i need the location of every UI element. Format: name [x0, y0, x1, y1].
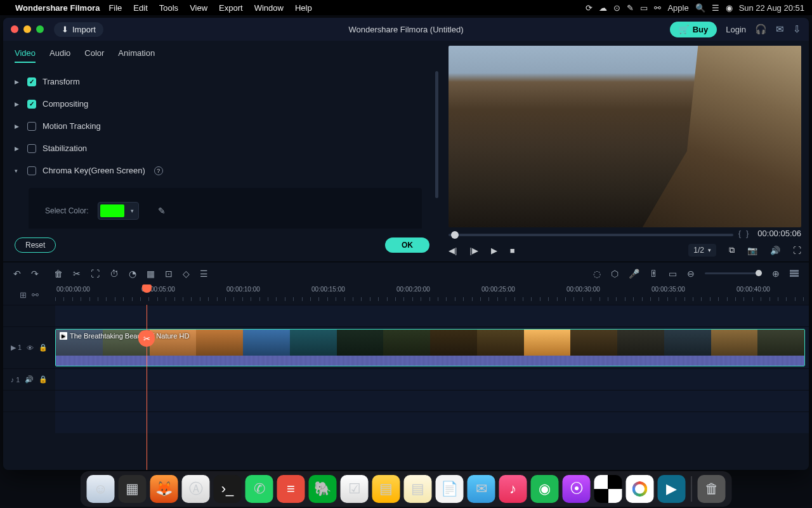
video-track-body[interactable]: ▶ The Breathtaking Beauty of Nature HD: [55, 327, 809, 368]
prop-chroma-key[interactable]: ▾ Chroma Key(Green Screen) ?: [3, 159, 441, 182]
checkbox-stabilization[interactable]: [27, 144, 36, 153]
play-button[interactable]: ▶: [491, 246, 497, 255]
checkbox-transform[interactable]: ✓: [27, 77, 36, 86]
speed-icon[interactable]: ⏱: [110, 269, 119, 279]
login-link[interactable]: Login: [726, 25, 746, 34]
dock-spotify-icon[interactable]: ◉: [531, 475, 559, 503]
status-cloud-icon[interactable]: ☁: [599, 3, 607, 13]
preview-scrubber[interactable]: [449, 234, 733, 236]
dock-firefox-icon[interactable]: 🦊: [150, 475, 178, 503]
prop-stabilization[interactable]: ▶ Stabilization: [3, 137, 441, 159]
add-track-icon[interactable]: ⊞: [20, 290, 27, 300]
zoom-out-icon[interactable]: ⊖: [687, 269, 695, 279]
status-apple-text[interactable]: Apple: [667, 3, 688, 13]
dock-terminal-icon[interactable]: ›_: [214, 475, 242, 503]
checkbox-chroma-key[interactable]: [27, 166, 36, 175]
visibility-icon[interactable]: 👁: [27, 344, 34, 352]
checkbox-motion-tracking[interactable]: [27, 122, 36, 131]
keyframe-icon[interactable]: ◇: [183, 269, 190, 279]
scrub-thumb[interactable]: [451, 231, 459, 239]
link-icon[interactable]: ⚯: [32, 290, 39, 300]
dock-whatsapp-icon[interactable]: ✆: [246, 475, 273, 503]
close-icon[interactable]: [11, 25, 18, 33]
display-icon[interactable]: ⧉: [729, 245, 735, 255]
dock-filmora-icon[interactable]: ▶: [658, 475, 686, 503]
tab-audio[interactable]: Audio: [49, 48, 70, 63]
adjustment-icon[interactable]: ▭: [669, 269, 677, 279]
dock-evernote-icon[interactable]: 🐘: [309, 475, 337, 503]
color-picker-button[interactable]: ▾: [98, 202, 139, 220]
mark-in-icon[interactable]: {: [738, 229, 741, 238]
menu-file[interactable]: File: [108, 3, 122, 13]
tab-color[interactable]: Color: [84, 48, 104, 63]
snapshot-icon[interactable]: 📷: [747, 246, 757, 255]
dock-app-icon[interactable]: Ⓐ: [182, 475, 210, 503]
prop-compositing[interactable]: ▶ ✓ Compositing: [3, 93, 441, 115]
import-button[interactable]: ⬇ Import: [54, 22, 103, 37]
lock-icon[interactable]: 🔒: [39, 375, 48, 384]
next-frame-button[interactable]: |▶: [469, 246, 478, 255]
cut-icon[interactable]: ✂: [73, 269, 81, 279]
dock-podcasts-icon[interactable]: ⦿: [563, 475, 591, 503]
menu-edit[interactable]: Edit: [133, 3, 147, 13]
zoom-in-icon[interactable]: ⊕: [772, 269, 780, 279]
status-play-icon[interactable]: ⊙: [613, 3, 620, 13]
marker-icon[interactable]: ⬡: [611, 269, 619, 279]
menu-view[interactable]: View: [190, 3, 207, 13]
menu-export[interactable]: Export: [219, 3, 243, 13]
headphones-icon[interactable]: 🎧: [755, 23, 767, 35]
delete-icon[interactable]: 🗑: [54, 269, 63, 279]
dock-finder-icon[interactable]: ☺: [87, 475, 115, 503]
dock-todoist-icon[interactable]: ≡: [277, 475, 305, 503]
color-icon[interactable]: ◔: [129, 269, 136, 279]
undo-icon[interactable]: ↶: [13, 269, 21, 279]
preview-viewport[interactable]: [449, 46, 801, 227]
crop-icon[interactable]: ⛶: [91, 269, 100, 279]
fullscreen-icon[interactable]: ⛶: [793, 246, 801, 255]
redo-icon[interactable]: ↷: [31, 269, 39, 279]
record-icon[interactable]: 🎤: [629, 269, 639, 279]
playback-speed[interactable]: 1/2 ▾: [688, 244, 716, 257]
dock-notes-icon[interactable]: ▤: [372, 475, 400, 503]
settings-icon[interactable]: ☰: [200, 269, 208, 279]
dock-launchpad-icon[interactable]: ▦: [119, 475, 147, 503]
dock-stickies-icon[interactable]: ▤: [404, 475, 432, 503]
status-sync-icon[interactable]: ⟳: [586, 3, 593, 13]
audio-mixer-icon[interactable]: 🎚: [650, 269, 658, 279]
prop-transform[interactable]: ▶ ✓ Transform: [3, 70, 441, 93]
menu-help[interactable]: Help: [295, 3, 312, 13]
audio-track-body[interactable]: [55, 369, 809, 390]
zoom-slider[interactable]: [705, 272, 762, 274]
help-icon[interactable]: ?: [154, 166, 163, 175]
detach-icon[interactable]: ⊡: [165, 269, 173, 279]
checkbox-compositing[interactable]: ✓: [27, 100, 36, 109]
ok-button[interactable]: OK: [385, 237, 429, 253]
mark-out-icon[interactable]: }: [746, 229, 749, 238]
minimize-icon[interactable]: [23, 25, 31, 33]
prev-frame-button[interactable]: ◀|: [449, 246, 457, 255]
stop-button[interactable]: ■: [510, 246, 515, 255]
download-icon[interactable]: ⇩: [793, 23, 801, 35]
reset-button[interactable]: Reset: [15, 237, 56, 253]
volume-icon[interactable]: 🔊: [770, 246, 780, 255]
dock-reminders-icon[interactable]: ☑: [341, 475, 369, 503]
mute-icon[interactable]: 🔊: [25, 375, 34, 384]
tab-animation[interactable]: Animation: [118, 48, 155, 63]
prop-motion-tracking[interactable]: ▶ Motion Tracking: [3, 115, 441, 137]
siri-icon[interactable]: ◉: [726, 3, 733, 13]
control-center-icon[interactable]: ☰: [712, 3, 719, 13]
status-battery-icon[interactable]: ▭: [640, 3, 648, 13]
buy-button[interactable]: 🛒 Buy: [670, 22, 717, 37]
dock-pages-icon[interactable]: 📄: [436, 475, 464, 503]
green-screen-icon[interactable]: ▦: [147, 269, 155, 279]
status-link-icon[interactable]: ⚯: [654, 3, 661, 13]
video-clip[interactable]: ▶ The Breathtaking Beauty of Nature HD: [55, 329, 805, 366]
maximize-icon[interactable]: [36, 25, 44, 33]
menu-tools[interactable]: Tools: [159, 3, 178, 13]
tab-video[interactable]: Video: [15, 48, 36, 63]
eyedropper-icon[interactable]: ✎: [158, 206, 166, 216]
lock-icon[interactable]: 🔒: [39, 344, 48, 352]
dock-chess-icon[interactable]: [594, 475, 622, 503]
menubar-clock[interactable]: Sun 22 Aug 20:51: [739, 3, 804, 13]
dock-chrome-icon[interactable]: [626, 475, 654, 503]
